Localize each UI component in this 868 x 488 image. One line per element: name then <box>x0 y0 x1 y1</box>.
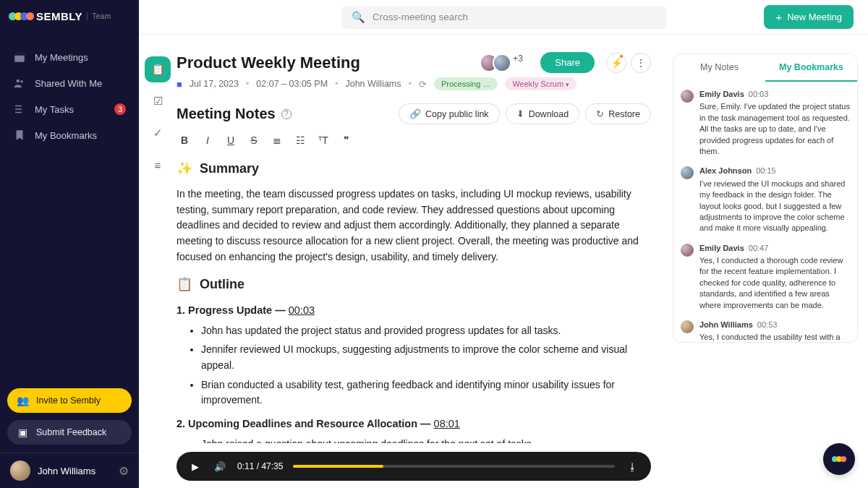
sparkle-icon: ✨ <box>176 159 192 179</box>
download-audio-button[interactable]: ⭳ <box>625 461 639 472</box>
bookmark-text: Sure, Emily. I've updated the project st… <box>699 101 850 157</box>
bookmark-author: Alex Johnson <box>699 166 752 175</box>
help-icon[interactable]: ? <box>281 109 292 119</box>
mute-button[interactable]: 🔊 <box>213 461 227 472</box>
bookmark-item[interactable]: Alex Johnson00:15 I've reviewed the UI m… <box>681 166 850 234</box>
bookmark-item[interactable]: Emily Davis00:47 Yes, I conducted a thor… <box>681 243 850 311</box>
summary-text: In the meeting, the team discussed progr… <box>176 187 651 265</box>
ulist-button[interactable]: ≣ <box>271 134 284 146</box>
bookmark-avatar <box>681 320 694 333</box>
share-button[interactable]: Share <box>540 52 595 73</box>
tab-my-notes[interactable]: My Notes <box>673 54 765 82</box>
bookmark-item[interactable]: John Williams00:53 Yes, I conducted the … <box>681 320 850 342</box>
bookmarks-list[interactable]: Emily Davis00:03 Sure, Emily. I've updat… <box>673 82 857 342</box>
play-button[interactable]: ▶ <box>188 461 203 472</box>
italic-button[interactable]: I <box>201 134 214 146</box>
summary-heading: Summary <box>200 159 259 179</box>
bookmark-timestamp[interactable]: 00:53 <box>757 320 778 329</box>
download-button[interactable]: ⬇Download <box>506 103 580 124</box>
meeting-pane: Product Weekly Meeting +3 Share ⚡ ⋮ ■ Ju… <box>176 35 665 488</box>
brand-name: SEMBLY <box>36 10 82 22</box>
outline-item: John raised a question about upcoming de… <box>201 437 651 443</box>
search-input[interactable]: 🔍 Cross-meeting search <box>341 6 667 29</box>
timestamp-link[interactable]: 08:01 <box>434 418 460 429</box>
tab-my-bookmarks[interactable]: My Bookmarks <box>765 54 857 82</box>
avatar[interactable] <box>493 53 511 72</box>
rail-notes-icon[interactable]: 📋 <box>145 56 171 82</box>
bookmark-icon <box>13 129 26 142</box>
svg-point-2 <box>17 80 20 83</box>
right-panel: My Notes My Bookmarks Emily Davis00:03 S… <box>673 53 858 343</box>
outline-heading: Outline <box>200 275 244 295</box>
rail-tasks-icon[interactable]: ☑ <box>145 88 171 114</box>
bookmark-author: John Williams <box>699 320 753 329</box>
textsize-button[interactable]: ᵀT <box>317 134 330 146</box>
search-icon: 🔍 <box>352 11 365 24</box>
meeting-meta: ■ Jul 17, 2023 • 02:07 – 03:05 PM • John… <box>176 77 651 90</box>
bolt-icon[interactable]: ⚡ <box>606 53 626 73</box>
strike-button[interactable]: S <box>247 134 260 146</box>
assistant-fab[interactable] <box>823 443 855 475</box>
bookmark-avatar <box>681 166 694 179</box>
notes-body[interactable]: ✨Summary In the meeting, the team discus… <box>176 156 651 443</box>
nav-my-meetings[interactable]: My Meetings <box>0 44 139 70</box>
processing-pill: Processing … <box>434 77 498 90</box>
underline-button[interactable]: U <box>224 134 237 146</box>
restore-button[interactable]: ↻Restore <box>585 103 651 124</box>
invite-label: Invite to Sembly <box>36 395 101 406</box>
nav-my-bookmarks[interactable]: My Bookmarks <box>0 122 139 148</box>
outline-item: Jennifer reviewed UI mockups, suggesting… <box>201 342 651 373</box>
bookmark-item[interactable]: Emily Davis00:03 Sure, Emily. I've updat… <box>681 89 850 157</box>
bookmark-text: Yes, I conducted the usability test with… <box>699 332 850 342</box>
user-name: John Williams <box>38 466 119 476</box>
calendar-icon <box>13 51 26 64</box>
people-icon <box>13 77 26 90</box>
meeting-host: John Williams <box>345 79 401 89</box>
outline-item: John has updated the project status and … <box>201 323 651 339</box>
clipboard-icon: 📋 <box>176 275 192 295</box>
download-icon: ⬇ <box>516 108 524 119</box>
sidebar: SEMBLY Team My Meetings Shared With Me M… <box>0 0 139 488</box>
bookmark-avatar <box>681 90 694 103</box>
attendee-avatars[interactable]: +3 <box>480 53 532 72</box>
rail-check-icon[interactable]: ✓ <box>145 120 171 146</box>
nav-label: Shared With Me <box>35 78 102 89</box>
more-icon[interactable]: ⋮ <box>631 53 651 73</box>
nav-label: My Bookmarks <box>35 130 97 141</box>
brand-sub: Team <box>87 12 111 20</box>
svg-rect-1 <box>14 53 25 56</box>
player-time: 0:11 / 47:35 <box>237 461 283 471</box>
quote-button[interactable]: ❞ <box>340 134 353 146</box>
copy-link-button[interactable]: 🔗Copy public link <box>399 103 500 124</box>
rail-lines-icon[interactable]: ≡ <box>145 152 171 178</box>
bookmark-timestamp[interactable]: 00:47 <box>749 244 769 252</box>
progress-fill <box>293 465 383 468</box>
primary-nav: My Meetings Shared With Me My Tasks 3 My… <box>0 30 139 154</box>
outline-item: Brian conducted a usability test, gather… <box>201 377 651 408</box>
feedback-icon: ▣ <box>16 427 29 438</box>
bookmark-timestamp[interactable]: 00:15 <box>756 166 776 175</box>
brand: SEMBLY Team <box>0 0 139 30</box>
user-avatar[interactable] <box>10 461 30 481</box>
bookmark-author: Emily Davis <box>699 244 744 252</box>
invite-button[interactable]: 👥 Invite to Sembly <box>7 388 132 413</box>
avatar-overflow[interactable]: +3 <box>513 53 532 72</box>
bold-button[interactable]: B <box>178 134 191 146</box>
notes-heading: Meeting Notes <box>176 106 276 122</box>
outline-section-heading: 2. Upcoming Deadlines and Resource Alloc… <box>176 416 651 432</box>
bookmark-timestamp[interactable]: 00:03 <box>749 90 769 98</box>
progress-bar[interactable] <box>293 465 615 468</box>
timestamp-link[interactable]: 00:03 <box>289 304 315 316</box>
nav-my-tasks[interactable]: My Tasks 3 <box>0 96 139 122</box>
video-icon: ■ <box>176 79 182 90</box>
olist-button[interactable]: ☷ <box>294 134 307 146</box>
tasks-icon <box>13 103 26 116</box>
sync-icon[interactable]: ⟳ <box>419 79 427 90</box>
meeting-time: 02:07 – 03:05 PM <box>256 79 328 89</box>
nav-shared-with-me[interactable]: Shared With Me <box>0 70 139 96</box>
feedback-button[interactable]: ▣ Submit Feedback <box>7 420 132 445</box>
scrum-pill[interactable]: Weekly Scrum <box>505 77 576 90</box>
settings-gear-icon[interactable]: ⚙ <box>119 464 129 478</box>
new-meeting-button[interactable]: New Meeting <box>764 5 854 29</box>
bookmark-author: Emily Davis <box>699 90 744 98</box>
